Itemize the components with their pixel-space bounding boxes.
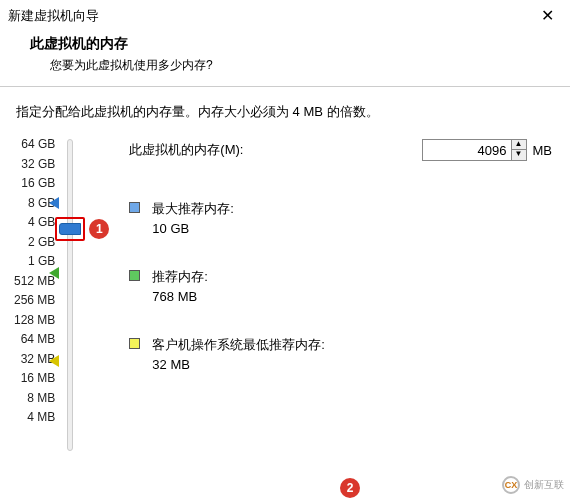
window-title: 新建虚拟机向导 (8, 7, 99, 25)
recommend-value: 768 MB (152, 287, 208, 307)
memory-unit: MB (533, 143, 553, 158)
tick-label: 32 GB (14, 155, 55, 175)
memory-input[interactable] (422, 139, 512, 161)
min-recommend-label: 客户机操作系统最低推荐内存: (152, 335, 325, 355)
watermark-text: 创新互联 (524, 478, 564, 492)
watermark-logo-icon: CX (502, 476, 520, 494)
max-recommend-value: 10 GB (152, 219, 234, 239)
recommend-icon (129, 270, 140, 281)
tick-label: 4 GB (14, 213, 55, 233)
tick-label: 16 GB (14, 174, 55, 194)
memory-slider[interactable]: 1 (61, 139, 79, 451)
min-recommend-value: 32 MB (152, 355, 325, 375)
recommend-label: 推荐内存: (152, 267, 208, 287)
annotation-badge-2: 2 (340, 478, 360, 498)
rec-pointer-icon (49, 267, 59, 279)
page-title: 此虚拟机的内存 (30, 35, 570, 53)
instruction-text: 指定分配给此虚拟机的内存量。内存大小必须为 4 MB 的倍数。 (0, 97, 570, 135)
memory-label: 此虚拟机的内存(M): (129, 141, 243, 159)
close-icon[interactable]: ✕ (535, 6, 560, 25)
watermark: CX 创新互联 (502, 476, 564, 494)
tick-label: 128 MB (14, 311, 55, 331)
memory-spinner[interactable]: ▲ ▼ (512, 139, 527, 161)
tick-label: 64 MB (14, 330, 55, 350)
tick-label: 16 MB (14, 369, 55, 389)
divider (0, 86, 570, 87)
slider-track (67, 139, 73, 451)
spinner-down-icon[interactable]: ▼ (512, 150, 526, 160)
page-subtitle: 您要为此虚拟机使用多少内存? (30, 57, 570, 74)
tick-label: 8 MB (14, 389, 55, 409)
tick-label: 2 GB (14, 233, 55, 253)
tick-label: 64 GB (14, 135, 55, 155)
slider-tick-labels: 64 GB 32 GB 16 GB 8 GB 4 GB 2 GB 1 GB 51… (14, 135, 61, 428)
tick-label: 256 MB (14, 291, 55, 311)
min-recommend-icon (129, 338, 140, 349)
max-pointer-icon (49, 197, 59, 209)
min-pointer-icon (49, 355, 59, 367)
max-recommend-icon (129, 202, 140, 213)
tick-label: 4 MB (14, 408, 55, 428)
max-recommend-label: 最大推荐内存: (152, 199, 234, 219)
